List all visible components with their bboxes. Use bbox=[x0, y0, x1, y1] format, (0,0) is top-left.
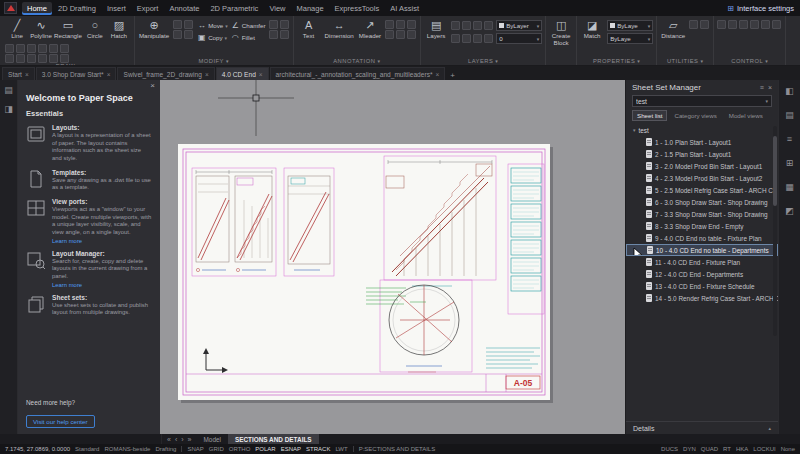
tool-icon[interactable] bbox=[473, 21, 482, 30]
sheet-item[interactable]: 11 - 4.0 CD End - Fixture Plan bbox=[626, 256, 778, 268]
tool-icon[interactable] bbox=[16, 54, 25, 63]
tool-icon[interactable] bbox=[728, 20, 737, 29]
layers-tool[interactable]: ▤Layers bbox=[424, 18, 448, 39]
tool-icon[interactable] bbox=[462, 34, 471, 43]
line-tool[interactable]: ╱Line bbox=[5, 18, 29, 39]
tool-icon[interactable] bbox=[38, 54, 47, 63]
tab-sheet-list[interactable]: Sheet list bbox=[632, 110, 667, 121]
current-layout-indicator[interactable]: P:SECTIONS AND DETAILS bbox=[359, 446, 436, 452]
hatch-tool[interactable]: ▨Hatch bbox=[107, 18, 131, 39]
menu-export[interactable]: Export bbox=[132, 2, 164, 15]
dock-panel-icon[interactable]: ⊞ bbox=[784, 157, 796, 169]
learn-more-link[interactable]: Learn more bbox=[52, 282, 152, 288]
chamfer-tool[interactable]: ∠Chamfer bbox=[231, 21, 266, 30]
toggle-strack[interactable]: STRACK bbox=[306, 446, 330, 452]
menu-view[interactable]: View bbox=[264, 2, 290, 15]
sheet-item[interactable]: 12 - 4.0 CD End - Departments bbox=[626, 268, 778, 280]
layout-tab-model[interactable]: Model bbox=[197, 434, 228, 444]
tool-icon[interactable] bbox=[750, 20, 759, 29]
details-section-header[interactable]: Details ▴ bbox=[626, 421, 778, 434]
tool-icon[interactable] bbox=[280, 20, 289, 29]
annotation-scale-indicator[interactable]: None bbox=[781, 446, 795, 452]
doc-tab-shop-draw[interactable]: 3.0 Shop Draw Start*× bbox=[36, 67, 117, 80]
mleader-tool[interactable]: ↗Mleader bbox=[358, 18, 382, 39]
toggle-rt[interactable]: RT bbox=[723, 446, 731, 452]
toggle-quad[interactable]: QUAD bbox=[701, 446, 718, 452]
tool-icon[interactable] bbox=[173, 20, 182, 29]
panel-close-icon[interactable]: × bbox=[768, 84, 772, 91]
scrollbar-thumb[interactable] bbox=[773, 136, 777, 206]
toggle-hka[interactable]: HKA bbox=[736, 446, 748, 452]
control-group-label[interactable]: CONTROL▾ bbox=[717, 56, 782, 65]
menu-annotate[interactable]: Annotate bbox=[164, 2, 204, 15]
text-style[interactable]: ROMANS-beside bbox=[104, 446, 150, 452]
toggle-snap[interactable]: SNAP bbox=[187, 446, 203, 452]
doc-tab-cd-end[interactable]: 4.0 CD End× bbox=[216, 67, 269, 80]
modify-group-label[interactable]: MODIFY▾ bbox=[138, 56, 290, 65]
tool-icon[interactable] bbox=[717, 20, 726, 29]
property-linetype-dropdown[interactable]: ByLaye▾ bbox=[607, 33, 653, 44]
polyline-tool[interactable]: ∿Polyline bbox=[29, 18, 53, 39]
layout-tab-sections-and-details[interactable]: SECTIONS AND DETAILS bbox=[228, 434, 319, 444]
tool-icon[interactable] bbox=[173, 30, 182, 39]
menu-2d-drafting[interactable]: 2D Drafting bbox=[53, 2, 101, 15]
previous-layout-icon[interactable]: ‹ bbox=[175, 436, 177, 443]
tool-icon[interactable] bbox=[27, 54, 36, 63]
dock-panel-icon[interactable]: ≡ bbox=[784, 133, 796, 145]
app-logo-icon[interactable] bbox=[4, 2, 17, 14]
tool-icon[interactable] bbox=[462, 21, 471, 30]
layers-group-label[interactable]: LAYERS▾ bbox=[424, 56, 542, 65]
text-tool[interactable]: AText bbox=[297, 18, 321, 39]
tool-icon[interactable] bbox=[473, 34, 482, 43]
tool-icon[interactable] bbox=[739, 20, 748, 29]
sheet-item[interactable]: 5 - 2.5 Model Refrig Case Start - ARCH C bbox=[626, 184, 778, 196]
toggle-polar[interactable]: POLAR bbox=[255, 446, 275, 452]
menu-2d-parametric[interactable]: 2D Parametric bbox=[205, 2, 263, 15]
toggle-dyn[interactable]: DYN bbox=[683, 446, 696, 452]
circle-tool[interactable]: ○Circle bbox=[83, 18, 107, 39]
panel-menu-icon[interactable]: ≡ bbox=[760, 84, 764, 91]
sheet-item[interactable]: 4 - 2.3 Model Prod Bin Start - Layout2 bbox=[626, 172, 778, 184]
doc-tab-swivel-frame[interactable]: Swivel_frame_2D_drawing× bbox=[117, 67, 214, 80]
tool-icon[interactable] bbox=[60, 44, 69, 53]
dock-panel-icon[interactable]: ▤ bbox=[784, 109, 796, 121]
tool-icon[interactable] bbox=[16, 44, 25, 53]
match-tool[interactable]: ◪Match bbox=[580, 18, 604, 39]
sheet-item[interactable]: 3 - 2.0 Model Prod Bin Start - Layout1 bbox=[626, 160, 778, 172]
sheet-item[interactable]: 6 - 3.0 Shop Draw Start - Shop Drawing bbox=[626, 196, 778, 208]
drawing-canvas[interactable]: A-05 bbox=[160, 80, 625, 434]
sheet-item[interactable]: 8 - 3.3 Shop Draw End - Empty bbox=[626, 220, 778, 232]
rectangle-tool[interactable]: ▭Rectangle bbox=[53, 18, 83, 39]
sheet-item[interactable]: 13 - 4.0 CD End - Fixture Schedule bbox=[626, 280, 778, 292]
tool-icon[interactable] bbox=[27, 44, 36, 53]
tool-icon[interactable] bbox=[60, 54, 69, 63]
menu-expresstools[interactable]: ExpressTools bbox=[330, 2, 385, 15]
dock-panel-icon[interactable]: ◨ bbox=[3, 103, 15, 115]
tool-icon[interactable] bbox=[484, 21, 493, 30]
current-style[interactable]: Standard bbox=[75, 446, 99, 452]
tool-icon[interactable] bbox=[280, 30, 289, 39]
doc-tab-architectural[interactable]: architectural_-_annotation_scaling_and_m… bbox=[270, 67, 446, 80]
dimension-tool[interactable]: ↔Dimension bbox=[324, 18, 355, 39]
new-tab-icon[interactable]: + bbox=[446, 71, 459, 80]
menu-ai-assist[interactable]: AI Assist bbox=[385, 2, 424, 15]
interface-settings-button[interactable]: ⊞ Interface settings bbox=[727, 4, 794, 13]
sheet-item[interactable]: 2 - 1.5 Plan Start - Layout1 bbox=[626, 148, 778, 160]
close-tab-icon[interactable]: × bbox=[107, 71, 111, 78]
tool-icon[interactable] bbox=[269, 20, 278, 29]
first-layout-icon[interactable]: « bbox=[167, 436, 171, 443]
menu-manage[interactable]: Manage bbox=[292, 2, 329, 15]
tool-icon[interactable] bbox=[689, 20, 698, 29]
tool-icon[interactable] bbox=[700, 20, 709, 29]
tool-icon[interactable] bbox=[396, 30, 405, 39]
dock-panel-icon[interactable]: ▤ bbox=[3, 84, 15, 96]
toggle-ortho[interactable]: ORTHO bbox=[229, 446, 251, 452]
dock-panel-icon[interactable]: ◧ bbox=[784, 85, 796, 97]
layer-name-dropdown[interactable]: 0▾ bbox=[496, 33, 542, 44]
sheet-item[interactable]: 14 - 5.0 Render Refrig Case Start - ARCH… bbox=[626, 292, 778, 304]
tool-icon[interactable] bbox=[385, 30, 394, 39]
fillet-tool[interactable]: ◠Fillet bbox=[231, 33, 266, 42]
toggle-lwt[interactable]: LWT bbox=[335, 446, 347, 452]
tool-icon[interactable] bbox=[396, 20, 405, 29]
layer-color-dropdown[interactable]: ByLayer▾ bbox=[496, 20, 542, 31]
